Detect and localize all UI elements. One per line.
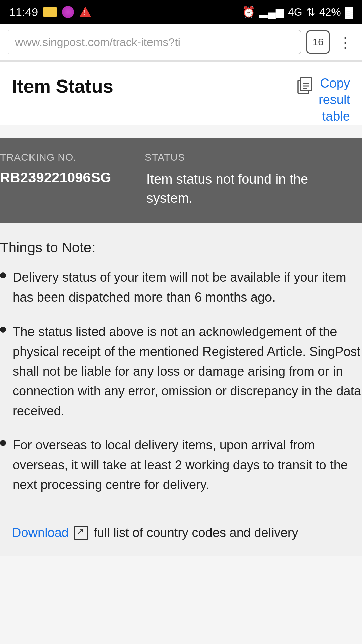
tab-count-button[interactable]: 16 — [306, 30, 330, 54]
browser-menu-button[interactable]: ⋮ — [335, 34, 355, 51]
status-bar: 11:49 ⏰ ▂▄▆ 4G ⇅ 42% ▓ — [0, 0, 362, 24]
external-link-icon — [74, 526, 88, 540]
browser-bar: www.singpost.com/track-items?ti 16 ⋮ — [0, 24, 362, 60]
address-bar[interactable]: www.singpost.com/track-items?ti — [7, 30, 301, 54]
copy-result-button[interactable]: Copyresulttable — [319, 75, 350, 125]
list-item: For overseas to local delivery items, up… — [0, 435, 362, 495]
page-title: Item Status — [12, 75, 113, 97]
status-header: STATUS — [145, 152, 362, 163]
alarm-icon: ⏰ — [242, 6, 255, 18]
url-text: www.singpost.com/track-items?ti — [15, 36, 180, 49]
data-arrows-icon: ⇅ — [306, 6, 315, 18]
download-suffix: full list of country codes and delivery — [94, 526, 298, 540]
battery-level: 42% — [319, 6, 341, 18]
tracking-table: TRACKING NO. STATUS RB239221096SG Item s… — [0, 138, 362, 223]
list-item: Delivery status of your item will not be… — [0, 268, 362, 307]
copy-icon — [296, 76, 313, 98]
note-text-3: For overseas to local delivery items, up… — [13, 435, 362, 495]
status-bar-left: 11:49 — [9, 6, 92, 19]
bullet-icon — [0, 272, 6, 278]
status-bar-right: ⏰ ▂▄▆ 4G ⇅ 42% ▓ — [242, 6, 353, 18]
list-item: The status listed above is not an acknow… — [0, 322, 362, 421]
download-link[interactable]: Download — [12, 526, 69, 540]
notes-title: Things to Note: — [0, 239, 362, 256]
status-time: 11:49 — [9, 6, 38, 19]
notes-section: Things to Note: Delivery status of your … — [0, 223, 362, 526]
battery-icon: ▓ — [345, 6, 353, 18]
note-text-2: The status listed above is not an acknow… — [13, 322, 362, 421]
tracking-status: Item status not found in the system. — [146, 170, 362, 207]
bullet-icon — [0, 327, 6, 333]
tracking-row: RB239221096SG Item status not found in t… — [0, 170, 362, 207]
warning-icon — [79, 7, 92, 17]
main-content: Item Status Copyresulttable — [0, 62, 362, 125]
bullet-icon — [0, 440, 6, 446]
network-type: 4G — [288, 6, 302, 18]
email-notification-icon — [43, 7, 57, 17]
note-text-1: Delivery status of your item will not be… — [13, 268, 362, 307]
notes-list: Delivery status of your item will not be… — [0, 268, 362, 495]
table-headers: TRACKING NO. STATUS — [0, 152, 362, 163]
signal-icon: ▂▄▆ — [259, 6, 284, 18]
header-row: Item Status Copyresulttable — [12, 75, 350, 125]
tracking-no-header: TRACKING NO. — [0, 152, 145, 163]
tracking-number: RB239221096SG — [0, 170, 146, 186]
download-section: Download full list of country codes and … — [0, 526, 362, 556]
lollipop-icon — [62, 6, 74, 18]
copy-result-area[interactable]: Copyresulttable — [296, 75, 350, 125]
